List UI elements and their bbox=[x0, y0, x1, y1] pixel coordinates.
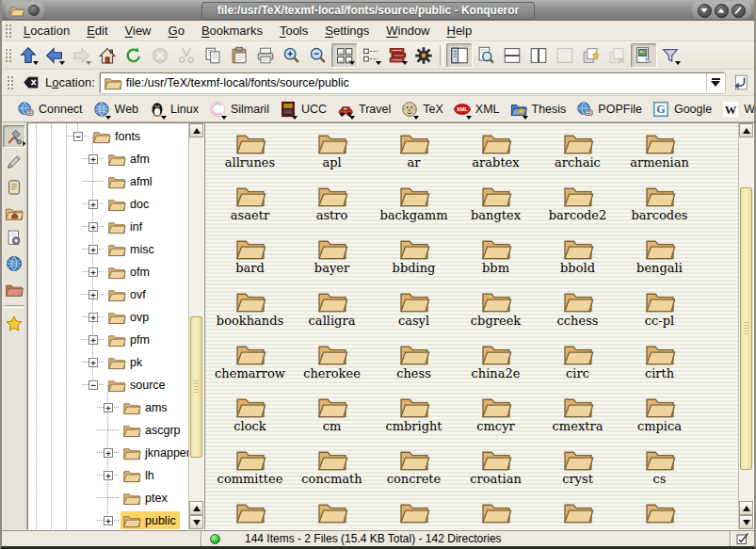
folder-cmbright[interactable]: cmbright bbox=[373, 392, 455, 444]
bookmark-thesis[interactable]: Thesis bbox=[505, 98, 571, 121]
folder-cm[interactable]: cm bbox=[291, 392, 373, 444]
tree-expander-plus-icon[interactable]: + bbox=[88, 290, 98, 299]
tree-expander-plus-icon[interactable]: + bbox=[104, 403, 113, 412]
zoom-in-button[interactable] bbox=[279, 43, 305, 68]
tree-item-afml[interactable]: afml bbox=[28, 170, 187, 193]
tree-expander-plus-icon[interactable]: + bbox=[88, 200, 98, 209]
location-input[interactable]: file:/usr/TeX/texmf-local/fonts/source/p… bbox=[100, 73, 725, 93]
menu-view[interactable]: View bbox=[117, 22, 160, 40]
icon-view-button[interactable] bbox=[331, 43, 358, 68]
menu-go[interactable]: Go bbox=[160, 22, 193, 40]
bookmark-silmaril[interactable]: Silmaril bbox=[203, 98, 274, 121]
folder-unlabeled[interactable] bbox=[455, 497, 537, 529]
folder-allrunes[interactable]: allrunes bbox=[209, 128, 291, 181]
folder-bbm[interactable]: bbm bbox=[455, 234, 537, 286]
folder-cmpica[interactable]: cmpica bbox=[619, 392, 700, 444]
paste-button[interactable] bbox=[226, 43, 252, 68]
main-scrollbar[interactable] bbox=[738, 123, 753, 529]
folder-committee[interactable]: committee bbox=[209, 444, 291, 497]
folder-astro[interactable]: astro bbox=[291, 181, 373, 234]
tree-scroll-down-button[interactable] bbox=[189, 515, 203, 529]
tree-item-ovp[interactable]: + ovp bbox=[28, 306, 187, 329]
folder-chess[interactable]: chess bbox=[373, 339, 455, 392]
close-tab-button[interactable] bbox=[604, 43, 631, 68]
tree-expander-plus-icon[interactable]: + bbox=[88, 335, 98, 345]
sidebar-tab-services[interactable] bbox=[3, 227, 25, 250]
sidebar-panel-button[interactable] bbox=[446, 43, 473, 68]
tree-expander-plus-icon[interactable]: + bbox=[88, 267, 98, 277]
clear-location-icon[interactable] bbox=[22, 73, 40, 92]
titlebar[interactable]: file:/usr/TeX/texmf-local/fonts/source/p… bbox=[2, 0, 754, 21]
folder-cs[interactable]: cs bbox=[619, 444, 700, 497]
tree-item-misc[interactable]: + misc bbox=[28, 238, 187, 261]
folder-circ[interactable]: circ bbox=[537, 339, 619, 392]
folder-calligra[interactable]: calligra bbox=[291, 286, 373, 339]
menu-location[interactable]: Location bbox=[15, 22, 78, 40]
folder-concmath[interactable]: concmath bbox=[291, 444, 373, 497]
tree-item-pk[interactable]: + pk bbox=[28, 351, 187, 374]
folder-cmcyr[interactable]: cmcyr bbox=[455, 392, 537, 444]
folder-archaic[interactable]: archaic bbox=[537, 128, 619, 181]
go-button[interactable] bbox=[730, 73, 750, 93]
bookmark-connect[interactable]: Connect bbox=[11, 98, 88, 121]
folder-unlabeled[interactable] bbox=[209, 497, 291, 529]
folder-unlabeled[interactable] bbox=[619, 497, 700, 529]
folder-cbgreek[interactable]: cbgreek bbox=[455, 286, 537, 339]
window-folder-icon[interactable] bbox=[9, 5, 24, 17]
menu-settings[interactable]: Settings bbox=[316, 22, 378, 40]
image-view-button[interactable] bbox=[631, 43, 657, 68]
folder-bbding[interactable]: bbding bbox=[373, 234, 455, 286]
folder-apl[interactable]: apl bbox=[291, 128, 373, 181]
folder-ar[interactable]: ar bbox=[373, 128, 455, 181]
active-view-checkbox-icon[interactable] bbox=[730, 531, 754, 546]
folder-asaetr[interactable]: asaetr bbox=[209, 181, 291, 234]
folder-clock[interactable]: clock bbox=[209, 392, 291, 444]
tree-expander-plus-icon[interactable]: + bbox=[88, 313, 98, 322]
close-button[interactable] bbox=[732, 4, 746, 18]
tree-expander-plus-icon[interactable]: + bbox=[88, 358, 98, 367]
minimize-button[interactable] bbox=[698, 4, 712, 18]
tree-expander-plus-icon[interactable]: + bbox=[88, 245, 98, 254]
bookmark-popfile[interactable]: POPFile bbox=[571, 98, 647, 121]
back-button[interactable] bbox=[41, 43, 68, 68]
sidebar-tab-annotate-pencil[interactable] bbox=[3, 151, 25, 173]
find-file-button[interactable] bbox=[473, 43, 499, 68]
folder-cmextra[interactable]: cmextra bbox=[537, 392, 619, 444]
main-scroll-down-button[interactable] bbox=[739, 515, 753, 529]
tree-item-source[interactable]: − source bbox=[28, 374, 187, 396]
folder-backgamm[interactable]: backgamm bbox=[373, 181, 455, 234]
folder-barcode2[interactable]: barcode2 bbox=[537, 181, 619, 234]
menu-edit[interactable]: Edit bbox=[78, 22, 116, 40]
sidebar-tab-system-tools[interactable] bbox=[3, 125, 25, 148]
folder-arabtex[interactable]: arabtex bbox=[455, 128, 537, 181]
folder-bayer[interactable]: bayer bbox=[291, 234, 373, 286]
folder-china2e[interactable]: china2e bbox=[455, 339, 537, 392]
folder-chemarrow[interactable]: chemarrow bbox=[209, 339, 291, 392]
tree-item-inf[interactable]: + inf bbox=[28, 216, 187, 238]
tree-scrollbar-thumb[interactable] bbox=[190, 316, 202, 458]
maximize-button[interactable] bbox=[715, 4, 729, 18]
folder-cc-pl[interactable]: cc-pl bbox=[619, 286, 700, 339]
folder-bookhands[interactable]: bookhands bbox=[209, 286, 291, 339]
menu-tools[interactable]: Tools bbox=[271, 22, 316, 40]
sidebar-tab-bookmarks[interactable] bbox=[3, 313, 25, 335]
tree-item-jknappen[interactable]: + jknappen bbox=[28, 442, 187, 464]
folder-barcodes[interactable]: barcodes bbox=[619, 181, 700, 234]
folder-unlabeled[interactable] bbox=[373, 497, 455, 529]
bookmarks-books-button[interactable] bbox=[384, 43, 410, 68]
bookmark-google[interactable]: GGoogle bbox=[647, 98, 716, 121]
tree-item-lh[interactable]: + lh bbox=[28, 464, 187, 487]
bookmark-web[interactable]: Web bbox=[88, 98, 143, 121]
menu-window[interactable]: Window bbox=[378, 22, 438, 40]
tree-expander-plus-icon[interactable]: + bbox=[88, 154, 98, 164]
folder-croatian[interactable]: croatian bbox=[455, 444, 537, 497]
tree-item-ams[interactable]: + ams bbox=[28, 396, 187, 419]
gear-view-button[interactable] bbox=[410, 43, 437, 68]
folder-casyl[interactable]: casyl bbox=[373, 286, 455, 339]
bookmark-wikipedia[interactable]: WWikipedia bbox=[716, 98, 756, 121]
tree-item-afm[interactable]: + afm bbox=[28, 148, 187, 170]
reload-button[interactable] bbox=[121, 43, 147, 68]
folder-unlabeled[interactable] bbox=[537, 497, 619, 529]
sidebar-tab-home-directory[interactable] bbox=[3, 202, 25, 224]
bookmark-ucc[interactable]: UCC bbox=[274, 98, 331, 121]
